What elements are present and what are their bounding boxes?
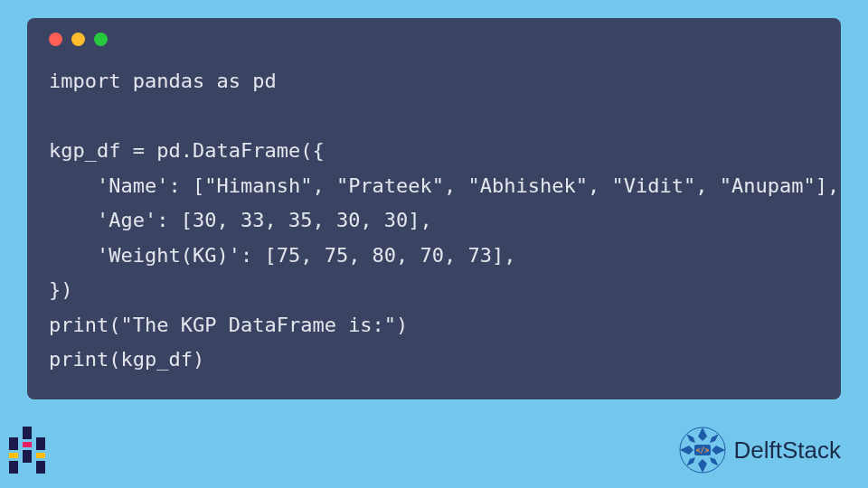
footer: </> DelftStack [9,426,841,474]
brand-name: DelftStack [734,436,842,465]
svg-text:</>: </> [695,446,709,455]
pandas-logo-icon [9,427,45,474]
code-line: 'Weight(KG)': [75, 75, 80, 70, 73], [49,244,516,267]
window-controls [49,33,819,46]
code-window: import pandas as pd kgp_df = pd.DataFram… [27,18,841,399]
code-block: import pandas as pd kgp_df = pd.DataFram… [49,64,819,378]
code-line: }) [49,278,73,301]
close-icon [49,33,62,46]
minimize-icon [71,33,85,46]
code-line: print(kgp_df) [49,348,204,371]
code-line: 'Age': [30, 33, 35, 30, 30], [49,209,432,231]
delftstack-icon: </> [678,426,727,474]
code-line: 'Name': ["Himansh", "Prateek", "Abhishek… [49,174,839,197]
code-line: kgp_df = pd.DataFrame({ [49,139,325,162]
maximize-icon [94,33,108,46]
brand-logo: </> DelftStack [678,426,842,474]
code-line: import pandas as pd [49,70,277,92]
code-line: print("The KGP DataFrame is:") [49,314,408,336]
